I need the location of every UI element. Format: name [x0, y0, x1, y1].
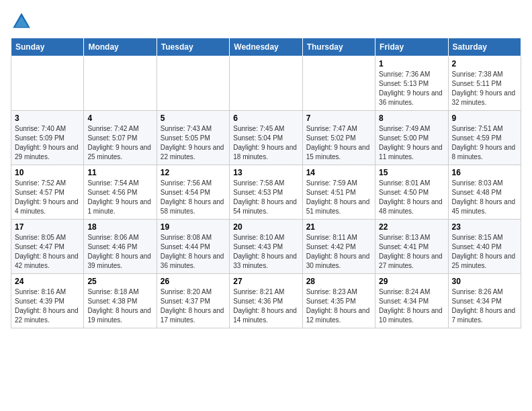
day-number: 14 [306, 168, 371, 177]
day-number: 8 [379, 113, 444, 123]
calendar-cell: 10Sunrise: 7:52 AMSunset: 4:57 PMDayligh… [11, 165, 84, 220]
day-info: Sunrise: 7:47 AMSunset: 5:02 PMDaylight:… [306, 124, 371, 162]
calendar-cell: 1Sunrise: 7:36 AMSunset: 5:13 PMDaylight… [375, 56, 448, 111]
day-info: Sunrise: 8:16 AMSunset: 4:39 PMDaylight:… [15, 287, 80, 325]
calendar-cell: 4Sunrise: 7:42 AMSunset: 5:07 PMDaylight… [84, 111, 157, 165]
calendar-cell: 16Sunrise: 8:03 AMSunset: 4:48 PMDayligh… [448, 165, 521, 220]
calendar-cell: 28Sunrise: 8:23 AMSunset: 4:35 PMDayligh… [302, 274, 375, 328]
day-number: 23 [452, 222, 517, 232]
day-info: Sunrise: 8:26 AMSunset: 4:34 PMDaylight:… [452, 287, 517, 325]
weekday-header: Wednesday [230, 38, 302, 56]
calendar-cell: 25Sunrise: 8:18 AMSunset: 4:38 PMDayligh… [84, 274, 157, 328]
day-number: 12 [161, 168, 226, 177]
day-number: 16 [452, 168, 517, 177]
calendar-cell: 8Sunrise: 7:49 AMSunset: 5:00 PMDaylight… [375, 111, 448, 165]
weekday-header: Monday [84, 38, 157, 56]
day-number: 1 [379, 59, 444, 68]
calendar-cell: 27Sunrise: 8:21 AMSunset: 4:36 PMDayligh… [230, 274, 302, 328]
day-info: Sunrise: 8:18 AMSunset: 4:38 PMDaylight:… [87, 287, 152, 325]
day-info: Sunrise: 7:38 AMSunset: 5:11 PMDaylight:… [452, 70, 517, 107]
day-info: Sunrise: 8:10 AMSunset: 4:43 PMDaylight:… [233, 233, 298, 271]
weekday-header: Sunday [11, 38, 84, 56]
weekday-header-row: SundayMondayTuesdayWednesdayThursdayFrid… [11, 38, 521, 56]
day-info: Sunrise: 7:40 AMSunset: 5:09 PMDaylight:… [15, 124, 80, 162]
calendar: SundayMondayTuesdayWednesdayThursdayFrid… [11, 38, 521, 328]
day-number: 4 [87, 113, 152, 123]
day-number: 20 [233, 222, 298, 232]
calendar-cell: 13Sunrise: 7:58 AMSunset: 4:53 PMDayligh… [230, 165, 302, 220]
calendar-cell: 5Sunrise: 7:43 AMSunset: 5:05 PMDaylight… [157, 111, 229, 165]
day-number: 10 [15, 168, 80, 177]
calendar-cell [230, 56, 302, 111]
day-info: Sunrise: 7:56 AMSunset: 4:54 PMDaylight:… [161, 179, 226, 216]
day-info: Sunrise: 7:52 AMSunset: 4:57 PMDaylight:… [15, 179, 80, 216]
day-number: 5 [161, 113, 226, 123]
weekday-header: Thursday [302, 38, 375, 56]
header [11, 11, 521, 32]
day-number: 27 [233, 277, 298, 286]
day-number: 30 [452, 277, 517, 286]
day-info: Sunrise: 7:58 AMSunset: 4:53 PMDaylight:… [233, 179, 298, 216]
calendar-cell [84, 56, 157, 111]
day-number: 25 [87, 277, 152, 286]
calendar-cell: 6Sunrise: 7:45 AMSunset: 5:04 PMDaylight… [230, 111, 302, 165]
calendar-cell: 19Sunrise: 8:08 AMSunset: 4:44 PMDayligh… [157, 220, 229, 274]
calendar-cell: 18Sunrise: 8:06 AMSunset: 4:46 PMDayligh… [84, 220, 157, 274]
day-info: Sunrise: 8:13 AMSunset: 4:41 PMDaylight:… [379, 233, 444, 271]
day-info: Sunrise: 7:43 AMSunset: 5:05 PMDaylight:… [161, 124, 226, 162]
day-info: Sunrise: 8:21 AMSunset: 4:36 PMDaylight:… [233, 287, 298, 325]
day-number: 15 [379, 168, 444, 177]
weekday-header: Friday [375, 38, 448, 56]
day-number: 29 [379, 277, 444, 286]
day-number: 26 [161, 277, 226, 286]
weekday-header: Saturday [448, 38, 521, 56]
day-number: 7 [306, 113, 371, 123]
calendar-cell: 17Sunrise: 8:05 AMSunset: 4:47 PMDayligh… [11, 220, 84, 274]
day-info: Sunrise: 7:49 AMSunset: 5:00 PMDaylight:… [379, 124, 444, 162]
day-number: 22 [379, 222, 444, 232]
calendar-week-row: 17Sunrise: 8:05 AMSunset: 4:47 PMDayligh… [11, 220, 521, 274]
calendar-week-row: 1Sunrise: 7:36 AMSunset: 5:13 PMDaylight… [11, 56, 521, 111]
calendar-cell [157, 56, 229, 111]
day-info: Sunrise: 7:54 AMSunset: 4:56 PMDaylight:… [87, 179, 152, 216]
calendar-cell: 23Sunrise: 8:15 AMSunset: 4:40 PMDayligh… [448, 220, 521, 274]
calendar-week-row: 3Sunrise: 7:40 AMSunset: 5:09 PMDaylight… [11, 111, 521, 165]
day-info: Sunrise: 8:03 AMSunset: 4:48 PMDaylight:… [452, 179, 517, 216]
calendar-cell [302, 56, 375, 111]
calendar-cell: 24Sunrise: 8:16 AMSunset: 4:39 PMDayligh… [11, 274, 84, 328]
day-info: Sunrise: 7:45 AMSunset: 5:04 PMDaylight:… [233, 124, 298, 162]
day-info: Sunrise: 8:11 AMSunset: 4:42 PMDaylight:… [306, 233, 371, 271]
calendar-cell: 11Sunrise: 7:54 AMSunset: 4:56 PMDayligh… [84, 165, 157, 220]
day-info: Sunrise: 8:08 AMSunset: 4:44 PMDaylight:… [161, 233, 226, 271]
calendar-cell [11, 56, 84, 111]
day-number: 6 [233, 113, 298, 123]
day-info: Sunrise: 8:05 AMSunset: 4:47 PMDaylight:… [15, 233, 80, 271]
calendar-week-row: 10Sunrise: 7:52 AMSunset: 4:57 PMDayligh… [11, 165, 521, 220]
day-info: Sunrise: 8:24 AMSunset: 4:34 PMDaylight:… [379, 287, 444, 325]
day-info: Sunrise: 7:36 AMSunset: 5:13 PMDaylight:… [379, 70, 444, 107]
calendar-cell: 30Sunrise: 8:26 AMSunset: 4:34 PMDayligh… [448, 274, 521, 328]
day-number: 21 [306, 222, 371, 232]
calendar-cell: 2Sunrise: 7:38 AMSunset: 5:11 PMDaylight… [448, 56, 521, 111]
calendar-cell: 29Sunrise: 8:24 AMSunset: 4:34 PMDayligh… [375, 274, 448, 328]
day-number: 13 [233, 168, 298, 177]
day-number: 11 [87, 168, 152, 177]
calendar-cell: 20Sunrise: 8:10 AMSunset: 4:43 PMDayligh… [230, 220, 302, 274]
day-info: Sunrise: 8:20 AMSunset: 4:37 PMDaylight:… [161, 287, 226, 325]
day-info: Sunrise: 7:59 AMSunset: 4:51 PMDaylight:… [306, 179, 371, 216]
logo [11, 11, 35, 32]
day-number: 3 [15, 113, 80, 123]
calendar-cell: 3Sunrise: 7:40 AMSunset: 5:09 PMDaylight… [11, 111, 84, 165]
day-number: 9 [452, 113, 517, 123]
day-number: 28 [306, 277, 371, 286]
weekday-header: Tuesday [157, 38, 229, 56]
calendar-week-row: 24Sunrise: 8:16 AMSunset: 4:39 PMDayligh… [11, 274, 521, 328]
calendar-cell: 21Sunrise: 8:11 AMSunset: 4:42 PMDayligh… [302, 220, 375, 274]
day-info: Sunrise: 7:42 AMSunset: 5:07 PMDaylight:… [87, 124, 152, 162]
day-number: 24 [15, 277, 80, 286]
day-info: Sunrise: 8:15 AMSunset: 4:40 PMDaylight:… [452, 233, 517, 271]
day-info: Sunrise: 8:01 AMSunset: 4:50 PMDaylight:… [379, 179, 444, 216]
calendar-cell: 15Sunrise: 8:01 AMSunset: 4:50 PMDayligh… [375, 165, 448, 220]
day-number: 2 [452, 59, 517, 68]
day-number: 19 [161, 222, 226, 232]
